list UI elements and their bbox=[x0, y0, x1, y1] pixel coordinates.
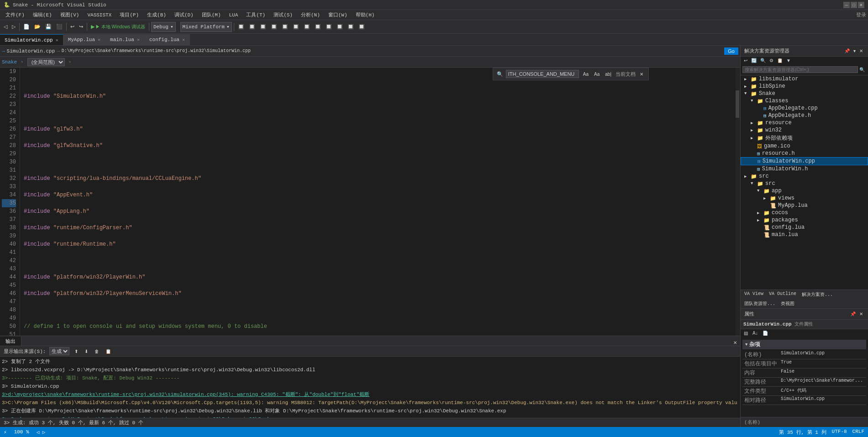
menu-file[interactable]: 文件(F) bbox=[2, 10, 28, 20]
tree-item-snake[interactable]: ▼ 📁 Snake bbox=[741, 90, 868, 97]
props-categories-btn[interactable]: ▤ bbox=[742, 330, 749, 336]
tree-item-libspine[interactable]: ▶ 📁 libSpine bbox=[741, 83, 868, 90]
tab-close-icon[interactable]: ✕ bbox=[56, 37, 58, 43]
tree-item-resource[interactable]: ▶ 📁 resource bbox=[741, 119, 868, 126]
tab-main-lua[interactable]: main.lua ✕ bbox=[105, 34, 145, 45]
menu-test[interactable]: 测试(S) bbox=[270, 10, 296, 20]
va-outline-tab[interactable]: VA Outline bbox=[767, 291, 798, 298]
find-match-case-btn[interactable]: Aa bbox=[593, 71, 601, 77]
tab-close-icon[interactable]: ✕ bbox=[98, 37, 100, 42]
output-clear-btn[interactable]: 🗑 bbox=[93, 348, 100, 354]
search-input[interactable] bbox=[742, 66, 858, 73]
toolbar-btn-extra3[interactable]: 🔲 bbox=[258, 22, 268, 32]
find-aa-btn[interactable]: Aa bbox=[582, 71, 590, 77]
menu-edit[interactable]: 编辑(E) bbox=[29, 10, 56, 20]
tree-item-classes[interactable]: ▼ 📁 Classes bbox=[741, 97, 868, 105]
snake-label[interactable]: Snake bbox=[2, 59, 17, 65]
team-tab[interactable]: 团队资源管... bbox=[742, 300, 777, 307]
vertical-scrollbar[interactable] bbox=[736, 68, 740, 336]
find-word-btn[interactable]: ab| bbox=[604, 71, 613, 77]
tree-item-views[interactable]: ▶ 📁 views bbox=[741, 195, 868, 202]
open-file-button[interactable]: 📂 bbox=[32, 22, 42, 32]
tree-item-appdelegate-cpp[interactable]: ⊞ AppDelegate.cpp bbox=[741, 105, 868, 112]
menu-analyze[interactable]: 分析(N) bbox=[297, 10, 324, 20]
se-btn6[interactable]: ▼ bbox=[785, 58, 792, 63]
search-icon-btn[interactable]: 🔍 bbox=[858, 67, 866, 73]
panel-dropdown-btn[interactable]: ▾ bbox=[852, 48, 857, 54]
output-source-dropdown[interactable]: 生成 bbox=[49, 347, 69, 355]
output-toolbar-btn1[interactable]: ⬆ bbox=[73, 348, 79, 354]
toolbar-btn-extra5[interactable]: 🔲 bbox=[280, 22, 290, 32]
props-alpha-btn[interactable]: A↓ bbox=[751, 330, 759, 336]
close-button[interactable]: ✕ bbox=[858, 2, 864, 8]
toolbar-btn-extra12[interactable]: 🔲 bbox=[357, 22, 367, 32]
tree-item-simulatorwin-h[interactable]: ⊞ SimulatorWin.h bbox=[741, 165, 868, 173]
props-section-misc[interactable]: ▼ 杂项 bbox=[742, 340, 866, 349]
code-editor[interactable]: 🔍 Aa Aa ab| 当前文档 ✕ 19 20 21 22 23 24 25 bbox=[0, 68, 740, 336]
menu-vassistx[interactable]: VASSISTX bbox=[84, 10, 115, 20]
output-copy-btn[interactable]: 📋 bbox=[104, 348, 112, 354]
va-view-tab[interactable]: VA View bbox=[742, 291, 765, 298]
menu-view[interactable]: 视图(V) bbox=[57, 10, 83, 20]
solution-tab[interactable]: 解决方案资... bbox=[800, 291, 835, 298]
address-arrow-left[interactable]: → bbox=[2, 48, 5, 54]
props-pin-btn[interactable]: 📌 bbox=[849, 311, 857, 317]
props-close-btn[interactable]: ✕ bbox=[858, 311, 864, 317]
save-button[interactable]: 💾 bbox=[43, 22, 53, 32]
menu-project[interactable]: 项目(P) bbox=[116, 10, 142, 20]
se-btn2[interactable]: 🔄 bbox=[750, 58, 758, 63]
tree-item-cocos[interactable]: ▶ 📁 cocos bbox=[741, 209, 868, 216]
bottom-panel-close[interactable]: ✕ bbox=[732, 340, 738, 346]
menu-window[interactable]: 窗口(W) bbox=[325, 10, 351, 20]
tab-simulatorwin-cpp[interactable]: SimulatorWin.cpp ✕ bbox=[0, 34, 63, 45]
new-file-button[interactable]: 📄 bbox=[21, 22, 32, 32]
menu-build[interactable]: 生成(B) bbox=[143, 10, 170, 20]
tree-item-main-lua[interactable]: 📜 main.lua bbox=[741, 231, 868, 238]
tree-item-app[interactable]: ▼ 📁 app bbox=[741, 187, 868, 195]
tree-item-simulatorwin-cpp[interactable]: ⊞ SimulatorWin.cpp bbox=[741, 157, 868, 165]
platform-dropdown[interactable]: Mixed Platform ▾ bbox=[180, 22, 232, 32]
toolbar-btn-extra6[interactable]: 🔲 bbox=[291, 22, 301, 32]
props-pages-btn[interactable]: 📄 bbox=[761, 330, 769, 336]
tab-myapp-lua[interactable]: MyApp.lua ✕ bbox=[63, 34, 105, 45]
class-view-tab[interactable]: 类视图 bbox=[779, 300, 796, 307]
toolbar-btn-extra11[interactable]: 🔲 bbox=[346, 22, 356, 32]
toolbar-btn-extra8[interactable]: 🔲 bbox=[313, 22, 323, 32]
redo-button[interactable]: ↪ bbox=[77, 22, 85, 32]
toolbar-btn-extra10[interactable]: 🔲 bbox=[335, 22, 345, 32]
se-btn4[interactable]: ⚙ bbox=[768, 58, 775, 63]
toolbar-btn-extra7[interactable]: 🔲 bbox=[302, 22, 312, 32]
debug-mode-dropdown[interactable]: Debug ▾ bbox=[151, 22, 176, 32]
tree-item-appdelegate-h[interactable]: ⊞ AppDelegate.h bbox=[741, 112, 868, 119]
tab-close-icon[interactable]: ✕ bbox=[182, 37, 185, 42]
tree-item-src[interactable]: ▶ 📁 src bbox=[741, 173, 868, 180]
find-close-btn[interactable]: ✕ bbox=[638, 71, 645, 77]
forward-button[interactable]: ▷ bbox=[10, 22, 17, 32]
address-file-label[interactable]: SimulatorWin.cpp bbox=[7, 48, 55, 54]
scrollbar-thumb[interactable] bbox=[736, 90, 739, 118]
tab-close-icon[interactable]: ✕ bbox=[137, 37, 140, 42]
tab-config-lua[interactable]: config.lua ✕ bbox=[145, 34, 190, 45]
tree-item-win32[interactable]: ▶ 📁 win32 bbox=[741, 126, 868, 134]
menu-help[interactable]: 帮助(H) bbox=[352, 10, 379, 20]
panel-pin-btn[interactable]: 📌 bbox=[843, 48, 851, 54]
scope-dropdown[interactable]: (全局范围) bbox=[27, 58, 65, 66]
save-all-button[interactable]: ⬛ bbox=[54, 22, 64, 32]
run-button[interactable]: ▶ ▶ 本地 Windows 调试器 bbox=[89, 22, 147, 32]
tree-item-myapp-lua[interactable]: 📜 MyApp.lua bbox=[741, 202, 868, 209]
maximize-button[interactable]: □ bbox=[851, 2, 857, 8]
tree-item-config-lua[interactable]: 📜 config.lua bbox=[741, 224, 868, 231]
back-button[interactable]: ◁ bbox=[2, 22, 9, 32]
go-button[interactable]: Go bbox=[724, 47, 738, 55]
undo-button[interactable]: ↩ bbox=[68, 22, 76, 32]
se-btn1[interactable]: ↩ bbox=[742, 58, 749, 63]
tree-item-packages[interactable]: ▶ 📁 packages bbox=[741, 216, 868, 224]
panel-close-btn[interactable]: ✕ bbox=[858, 48, 864, 54]
toolbar-btn-extra9[interactable]: 🔲 bbox=[324, 22, 334, 32]
se-btn5[interactable]: 📋 bbox=[776, 58, 784, 63]
tree-item-external-deps[interactable]: ▶ 📁 外部依赖项 bbox=[741, 134, 868, 142]
toolbar-btn-extra2[interactable]: 🔲 bbox=[247, 22, 257, 32]
toolbar-btn-extra1[interactable]: 🔲 bbox=[236, 22, 246, 32]
find-input[interactable] bbox=[506, 70, 579, 78]
code-content[interactable]: #include "SimulatorWin.h" #include "glfw… bbox=[20, 68, 740, 336]
